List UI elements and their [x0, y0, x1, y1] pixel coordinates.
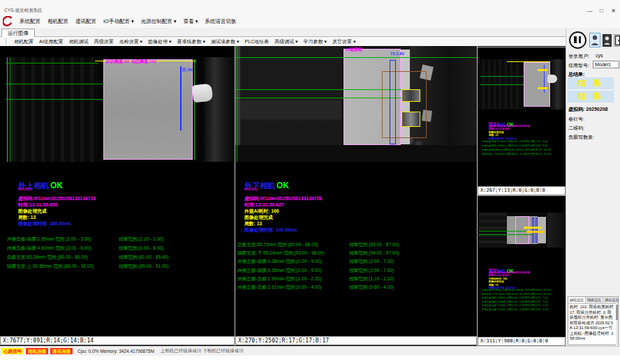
tab-strip: 运行图像: [0, 28, 620, 37]
small-upper-measurements: 外侧负极-隔膜:2.95mm 范围:(2.00 - 3.50)报警范围:(2.2…: [482, 140, 564, 157]
model-select[interactable]: Model1: [593, 61, 619, 68]
small-view-lower[interactable]: 外下相机OK MES:B(1) 虚拟码:0f11iwe2025020813313…: [478, 195, 566, 345]
menu-item-1[interactable]: 相机配置: [47, 18, 68, 25]
exit-button[interactable]: [614, 34, 620, 47]
small-lower-result-text: 外下相机OK MES:B(1) 虚拟码:0f11iwe2025020813313…: [489, 263, 563, 289]
toolbar-item-1[interactable]: AI使用配置: [39, 38, 64, 45]
info-tab-2[interactable]: 调试信息: [603, 297, 620, 303]
info-tab-0[interactable]: 缺陷信息: [568, 297, 586, 303]
barcode-line: 虚拟码:0f11iwe20250208133134728: [18, 195, 228, 202]
toolbar-item-3[interactable]: 高级设置: [94, 38, 114, 45]
left-camera-measurements: 外侧负极-隔膜:2.95mm 范围:(2.00 - 3.50)报警范围:(2.2…: [7, 236, 233, 273]
lower-camera-result-text: 外下相机OK MES:B(1) 虚拟码:0f11iwe2025020813313…: [244, 179, 454, 233]
toolbar-item-4[interactable]: 点检设置 ▾: [119, 38, 142, 45]
menu-item-0[interactable]: 系统配置: [20, 18, 40, 25]
s1-yellow-line: [507, 61, 550, 62]
status-badge-heartbeat: 心跳信号: [1, 348, 24, 354]
left-scene-film-edge-line: [194, 59, 195, 160]
info-tab-1[interactable]: 瑕疵信息: [586, 297, 603, 303]
menu-item-4[interactable]: 光源控制配置 ▾: [141, 18, 177, 25]
measure-value: 外侧负极-隔膜:2.95mm 范围:(2.00 - 3.50): [7, 236, 119, 245]
measure-row: 隔膜宽度-上:90.56mm 范围:(88.00 - 92.00)报警范围:(8…: [7, 264, 233, 273]
measure-row: 隔膜宽度-下:95.24mm 范围:(93.00 - 98.00)报警范围:(9…: [237, 250, 475, 259]
admin-user-icon: [603, 35, 611, 46]
ai-time-line: 外观AI耗时: 166: [244, 208, 454, 214]
measure-value: 负极宽度:83.06mm 范围:(80.00 - 86.00): [7, 255, 119, 264]
menu-item-3[interactable]: IO手动配置 ▾: [103, 18, 134, 25]
info-scrollbar[interactable]: [616, 303, 618, 345]
maximize-icon[interactable]: □: [596, 7, 607, 15]
measure-row: 外侧负极-隔膜:2.95mm 范围:(2.00 - 3.50)报警范围:(2.2…: [7, 236, 233, 245]
measure-row: 内侧正极-隔膜:4.38mm 范围:(0.00 - 9.00)报警范围:(2.0…: [237, 268, 475, 276]
pause-button[interactable]: [569, 31, 586, 49]
alarm-range: 报警范围:(2.00 - 7.00): [349, 259, 394, 267]
left-scene-green-vline: [10, 57, 10, 162]
mes-label: MES:B(1): [18, 188, 228, 192]
alarm-range: 报警范围:(2.20 - 3.30): [119, 236, 163, 245]
measure-value: 内侧正极-隔膜:4.38mm 范围:(0.00 - 9.00): [237, 268, 349, 276]
menu-item-5[interactable]: 查看 ▾: [184, 18, 198, 25]
s1-annotation-1: [538, 69, 547, 71]
measure-row: 负极宽度:83.06mm 范围:(80.00 - 86.00)报警范围:(81.…: [7, 255, 233, 264]
s2-green-line-1: [479, 231, 533, 232]
toolbar-item-11[interactable]: 其它设置 ▾: [332, 38, 355, 45]
left-scene-blue-line: [180, 66, 182, 130]
menu-item-2[interactable]: 通讯配置: [75, 18, 96, 25]
menu-item-6[interactable]: 系统语言切换: [205, 18, 237, 25]
app-logo-icon: [3, 16, 14, 27]
toolbar-item-7[interactable]: 测试项参数 ▾: [211, 38, 239, 45]
measure-value: 内侧正极-负极:1.90mm 范围:(1.00 - 2.20): [237, 276, 349, 285]
title-bar: CYS-视觉检测系统 — □ ✕: [0, 0, 620, 15]
login-user-value[interactable]: cys: [596, 53, 603, 58]
menu-bar: 系统配置相机配置通讯配置IO手动配置 ▾光源控制配置 ▾查看 ▾系统语言切换: [0, 15, 620, 28]
ai-defect-box: [382, 71, 427, 138]
camera-name: 外上相机OK: [489, 116, 563, 122]
edge-measure-label: 区:88: [182, 67, 193, 73]
measure-value: 内侧负极-隔膜:4.60mm 范围:(3.00 - 6.00): [7, 245, 119, 255]
alarm-range: 报警范围:(81.00 - 85.00): [119, 255, 168, 264]
left-coordinate-bar: X:7677;Y:891;R:14;G:14;B:14: [0, 336, 235, 345]
toolbar-item-5[interactable]: 图像处理 ▾: [148, 38, 171, 45]
status-badge-camera: 相机连接: [26, 348, 48, 354]
ai-box-label: AI检测框: [346, 47, 362, 53]
toolbar-item-9[interactable]: 高级调试 ▾: [274, 38, 297, 45]
small-lower-image: [479, 213, 564, 248]
user-icon: [590, 33, 600, 47]
toolbar-item-10[interactable]: 学习参数 ▾: [304, 38, 327, 45]
left-scene-green-hline-top: [6, 63, 98, 63]
toolbar-item-8[interactable]: PLC地址表: [245, 38, 270, 45]
mid-scene-green-hline-1: [235, 89, 401, 90]
measure-row: 外侧正极-负极:2.61mm 范围:(0.60 - 4.00)报警范围:(0.6…: [237, 285, 475, 293]
qrcode-label: 二维码:: [568, 125, 584, 132]
lower-camera-image[interactable]: AI检测框 73.3.80: [235, 46, 477, 162]
toolbar-item-0[interactable]: 相机配置: [14, 38, 34, 45]
alarm-range: 报警范围:(0.00 - 8.00): [119, 245, 163, 255]
alarm-range: 报警范围:(0.60 - 4.00): [525, 308, 548, 312]
defect-roi-2: [401, 112, 420, 127]
minimize-icon[interactable]: —: [584, 7, 595, 15]
toolbar-item-6[interactable]: 基准线参数 ▾: [177, 38, 205, 45]
defect-roi-1: [401, 89, 420, 102]
toolbar: 相机配置AI使用配置相机调试高级设置点检设置 ▾图像处理 ▾基准线参数 ▾测试项…: [0, 37, 566, 46]
result-ok-label: OK: [50, 181, 63, 190]
admin-user-button[interactable]: [603, 34, 612, 47]
main-content: 好的阈值:93, 动态阈值:100 区:88 外上相机OK MES:B(1) 虚…: [0, 46, 566, 346]
s2-green-line-2: [479, 234, 533, 235]
exit-door-icon: [614, 35, 620, 46]
alarm-range: 报警范围:(0.60 - 4.00): [349, 285, 394, 293]
alarm-range: 报警范围:(83.00 - 87.00): [349, 242, 399, 250]
alarm-range: 报警范围:(2.00 - 7.00): [349, 268, 394, 276]
s1-machine-right: [552, 59, 564, 109]
tab-run-image[interactable]: 运行图像: [1, 29, 35, 37]
close-icon[interactable]: ✕: [608, 7, 619, 15]
measure-value: 外侧正极-负极:2.61mm 范围:(0.60 - 4.00): [237, 285, 349, 293]
proc-time-line: 图像处理时间: 140.00ms: [244, 227, 454, 233]
toolbar-item-2[interactable]: 相机调试: [69, 38, 89, 45]
left-camera-image[interactable]: 好的阈值:93, 动态阈值:100 区:88: [6, 57, 235, 162]
user-login-button[interactable]: [589, 33, 600, 47]
scrollbar-thumb[interactable]: [616, 305, 618, 320]
alarm-range: 报警范围:(94.00 - 97.00): [349, 250, 399, 259]
small-view-upper[interactable]: 外上相机OK MES:B(1) 虚拟码:0f11iwe2025020813313…: [478, 47, 566, 195]
pause-icon: [579, 36, 582, 43]
toolbar-grip: [6, 38, 8, 45]
